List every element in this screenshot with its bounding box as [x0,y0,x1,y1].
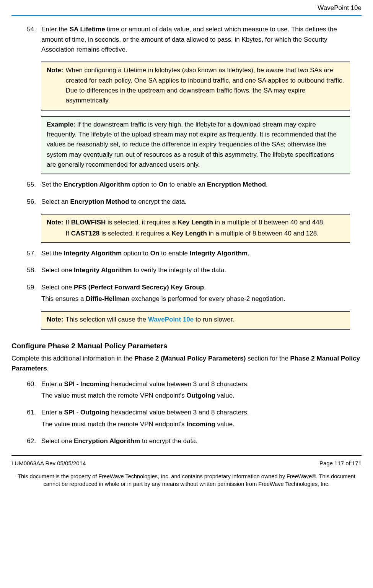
list-number: 59. [23,283,41,306]
list-item: 54.Enter the SA Lifetime time or amount … [23,24,350,56]
list-body: Set the Integrity Algorithm option to On… [41,249,350,260]
note-callout: Note:If BLOWFISH is selected, it require… [41,214,350,243]
main-content: 54.Enter the SA Lifetime time or amount … [11,24,362,329]
list-number: 61. [23,408,41,431]
list-number: 54. [23,24,41,56]
list-body: Select one PFS (Perfect Forward Secrecy)… [41,283,350,306]
callout-text: Example: If the downstream traffic is ve… [47,120,345,170]
section-intro: Complete this additional information in … [11,354,362,374]
list-item: 61.Enter a SPI - Outgoing hexadecimal va… [23,408,350,431]
example-callout: Example: If the downstream traffic is ve… [41,116,350,175]
list-paragraph: Set the Integrity Algorithm option to On… [41,249,350,258]
list-body: Select one Integrity Algorithm to verify… [41,265,350,277]
callout-text: When configuring a Lifetime in kilobytes… [65,65,345,106]
list-paragraph: Enter a SPI - Outgoing hexadecimal value… [41,408,350,417]
callout-text: If BLOWFISH is selected, it requires a K… [65,218,345,239]
list-paragraph: Select one PFS (Perfect Forward Secrecy)… [41,283,350,292]
list-body: Set the Encryption Algorithm option to O… [41,180,350,191]
header-rule [11,15,362,16]
page-header-title: WavePoint 10e [11,0,362,15]
list-body: Enter a SPI - Incoming hexadecimal value… [41,379,350,403]
section-2: Configure Phase 2 Manual Policy Paramete… [11,340,362,448]
list-paragraph: This ensures a Diffie-Hellman exchange i… [41,294,350,304]
list-body: Enter a SPI - Outgoing hexadecimal value… [41,408,350,431]
list-item: 56.Select an Encryption Method to encryp… [23,197,350,208]
callout-text: This selection will cause the WavePoint … [65,315,345,325]
list-item: 62.Select one Encryption Algorithm to en… [23,436,350,448]
callout-label: Note: [47,65,65,106]
list-item: 60.Enter a SPI - Incoming hexadecimal va… [23,379,350,403]
list-paragraph: Set the Encryption Algorithm option to O… [41,180,350,190]
list-number: 62. [23,436,41,448]
list-item: 57.Set the Integrity Algorithm option to… [23,249,350,260]
list-paragraph: Select an Encryption Method to encrypt t… [41,197,350,207]
list-body: Enter the SA Lifetime time or amount of … [41,24,350,56]
list-paragraph: Enter a SPI - Incoming hexadecimal value… [41,379,350,389]
list-number: 60. [23,379,41,403]
list-number: 56. [23,197,41,208]
callout-label: Example [47,121,73,128]
list-body: Select an Encryption Method to encrypt t… [41,197,350,208]
list-paragraph: Select one Integrity Algorithm to verify… [41,265,350,275]
footer-rev: LUM0063AA Rev 05/05/2014 [11,459,86,468]
list-number: 55. [23,180,41,191]
footer-notice: This document is the property of FreeWav… [11,473,362,496]
callout-label: Note: [47,218,65,239]
page-footer: LUM0063AA Rev 05/05/2014 Page 117 of 171… [11,455,362,495]
list-paragraph: The value must match the remote VPN endp… [41,419,350,429]
note-callout: Note:This selection will cause the WaveP… [41,311,350,329]
list-body: Select one Encryption Algorithm to encry… [41,436,350,448]
list-item: 59.Select one PFS (Perfect Forward Secre… [23,283,350,306]
note-callout: Note:When configuring a Lifetime in kilo… [41,62,350,110]
list-number: 58. [23,265,41,277]
footer-page: Page 117 of 171 [319,459,362,468]
list-paragraph: Select one Encryption Algorithm to encry… [41,436,350,446]
section-heading: Configure Phase 2 Manual Policy Paramete… [11,340,362,351]
list-paragraph: The value must match the remote VPN endp… [41,391,350,401]
list-item: 55.Set the Encryption Algorithm option t… [23,180,350,191]
list-paragraph: Enter the SA Lifetime time or amount of … [41,24,350,55]
list-item: 58.Select one Integrity Algorithm to ver… [23,265,350,277]
callout-label: Note: [47,315,65,325]
list-number: 57. [23,249,41,260]
